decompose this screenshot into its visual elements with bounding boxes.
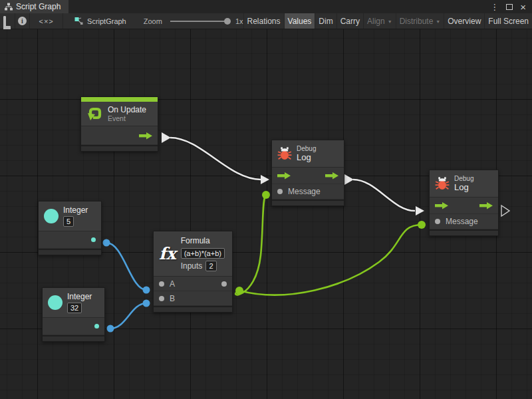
relations-button[interactable]: Relations bbox=[243, 13, 284, 29]
zoom-label: Zoom bbox=[144, 17, 162, 25]
wire-formula-to-log1-message[interactable] bbox=[235, 195, 266, 295]
flow-arrowhead-log1-input bbox=[261, 175, 269, 184]
node-title: Log bbox=[297, 153, 316, 162]
flow-row bbox=[272, 168, 344, 184]
lock-button[interactable] bbox=[0, 13, 15, 29]
graph-hierarchy-icon bbox=[5, 3, 13, 11]
wire-onupdate-to-log1[interactable] bbox=[170, 138, 261, 180]
flow-row bbox=[430, 198, 498, 214]
event-accent-bar bbox=[81, 97, 158, 102]
integer-value-field[interactable]: 32 bbox=[67, 303, 82, 313]
wire-endpoint-formula-b bbox=[143, 300, 150, 307]
message-port-label: Message bbox=[288, 187, 321, 196]
node-title: Log bbox=[454, 183, 473, 192]
node-header: Debug Log bbox=[430, 170, 498, 198]
message-port-row: Message bbox=[272, 184, 344, 200]
inputs-label: Inputs bbox=[181, 261, 203, 271]
node-header: fx Formula (a+b)*(a+b) Inputs 2 bbox=[154, 231, 232, 277]
formula-output-port[interactable] bbox=[221, 281, 227, 287]
node-integer-32[interactable]: Integer 32 bbox=[42, 287, 105, 342]
carry-button[interactable]: Carry bbox=[336, 13, 363, 29]
integer-type-icon bbox=[48, 295, 63, 310]
toolbar-buttons: Relations Values Dim Carry Align ▼ Distr… bbox=[243, 13, 532, 29]
flow-input-port[interactable] bbox=[435, 201, 448, 209]
flow-arrowhead-log2-input bbox=[416, 206, 424, 215]
tab-script-graph[interactable]: Script Graph bbox=[0, 0, 68, 13]
port-row-a: A bbox=[154, 277, 232, 291]
graph-name-group[interactable]: ScriptGraph bbox=[74, 13, 126, 29]
node-header: Debug Log bbox=[272, 140, 344, 168]
node-debug-log-1[interactable]: Debug Log Message bbox=[271, 140, 344, 206]
node-formula[interactable]: fx Formula (a+b)*(a+b) Inputs 2 A B bbox=[153, 231, 233, 313]
node-title: Integer bbox=[63, 205, 88, 215]
wire-integer32-to-formula-b[interactable] bbox=[110, 303, 146, 329]
wire-formula-to-log2-message[interactable] bbox=[239, 225, 422, 295]
distribute-button[interactable]: Distribute ▼ bbox=[396, 13, 444, 29]
values-button[interactable]: Values bbox=[284, 13, 315, 29]
align-button[interactable]: Align ▼ bbox=[363, 13, 396, 29]
node-header: Integer 5 bbox=[39, 201, 101, 231]
message-input-port[interactable] bbox=[435, 219, 440, 224]
wire-endpoint-integer5-output bbox=[103, 239, 110, 247]
zoom-value: 1x bbox=[235, 17, 243, 25]
distribute-label: Distribute bbox=[400, 17, 434, 26]
flow-source-arrow-onupdate[interactable] bbox=[162, 132, 171, 143]
node-debug-log-2[interactable]: Debug Log Message bbox=[429, 170, 499, 236]
node-integer-5[interactable]: Integer 5 bbox=[38, 201, 102, 255]
wire-log1-to-log2[interactable] bbox=[353, 180, 415, 211]
lock-icon bbox=[3, 17, 11, 25]
info-icon: i bbox=[18, 17, 27, 25]
wire-endpoint-integer32-output bbox=[107, 325, 114, 332]
script-graph-icon bbox=[74, 17, 83, 25]
graph-canvas[interactable]: On Update Event bbox=[0, 29, 532, 399]
flow-output-port[interactable] bbox=[139, 132, 152, 140]
formula-expression-field[interactable]: (a+b)*(a+b) bbox=[181, 248, 225, 259]
align-label: Align bbox=[367, 17, 385, 26]
node-on-update[interactable]: On Update Event bbox=[80, 96, 158, 152]
flow-output-port[interactable] bbox=[479, 201, 493, 209]
window-menu-icon[interactable]: ⋮ bbox=[490, 3, 499, 11]
maximize-icon[interactable] bbox=[506, 4, 513, 10]
integer-output-port[interactable] bbox=[91, 237, 96, 242]
flow-output-port[interactable] bbox=[325, 172, 338, 180]
graph-name-label: ScriptGraph bbox=[87, 17, 126, 25]
node-title: Formula bbox=[181, 236, 225, 245]
fullscreen-button[interactable]: Full Screen bbox=[484, 13, 532, 29]
node-footer bbox=[272, 200, 344, 205]
wire-endpoint-formula-a bbox=[143, 287, 150, 294]
message-port-row: Message bbox=[430, 214, 498, 229]
value-output-row bbox=[43, 318, 104, 335]
node-header: Integer 32 bbox=[43, 288, 104, 318]
wire-integer5-to-formula-a[interactable] bbox=[106, 243, 146, 290]
formula-input-b-port[interactable] bbox=[159, 296, 164, 301]
code-view-button[interactable]: <×> bbox=[30, 13, 63, 29]
inputs-count-field[interactable]: 2 bbox=[205, 261, 216, 271]
close-icon[interactable]: × bbox=[520, 2, 526, 12]
node-title: On Update bbox=[108, 105, 146, 114]
node-footer bbox=[81, 145, 158, 151]
node-footer bbox=[154, 306, 232, 312]
integer-output-port[interactable] bbox=[94, 324, 99, 329]
port-a-label: A bbox=[170, 279, 175, 289]
flow-source-arrow-log1[interactable] bbox=[344, 174, 354, 185]
zoom-slider-knob[interactable] bbox=[224, 18, 231, 25]
wire-endpoint-log2-message bbox=[418, 221, 426, 229]
message-port-label: Message bbox=[446, 217, 478, 226]
zoom-control: Zoom 1x bbox=[144, 13, 243, 29]
flow-port-unconnected-log2-output[interactable] bbox=[501, 205, 509, 216]
info-button[interactable]: i bbox=[15, 13, 31, 29]
node-footer bbox=[430, 229, 498, 235]
node-subtitle: Event bbox=[108, 114, 146, 122]
integer-value-field[interactable]: 5 bbox=[63, 216, 74, 227]
dim-button[interactable]: Dim bbox=[315, 13, 336, 29]
node-footer bbox=[39, 249, 101, 255]
flow-input-port[interactable] bbox=[277, 172, 291, 180]
port-b-label: B bbox=[170, 294, 175, 303]
node-header: On Update Event bbox=[81, 102, 158, 126]
overview-button[interactable]: Overview bbox=[444, 13, 484, 29]
formula-input-a-port[interactable] bbox=[159, 281, 164, 287]
message-input-port[interactable] bbox=[277, 189, 283, 194]
zoom-slider[interactable] bbox=[170, 21, 227, 22]
wire-endpoint-log1-message bbox=[262, 191, 270, 199]
node-title: Integer bbox=[67, 292, 92, 301]
